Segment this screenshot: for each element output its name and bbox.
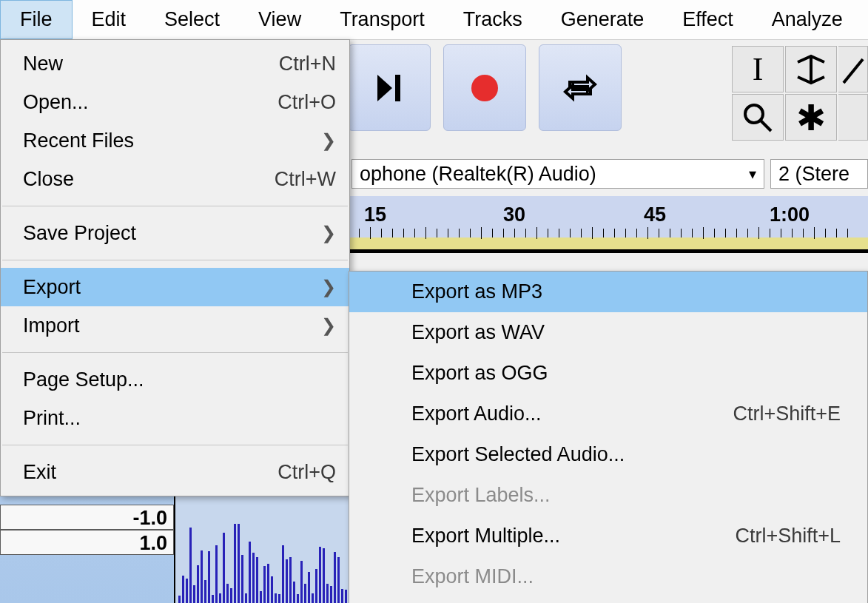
- waveform[interactable]: [175, 490, 359, 603]
- menu-open[interactable]: Open...Ctrl+O: [1, 83, 349, 121]
- menu-print[interactable]: Print...: [1, 399, 349, 437]
- ibeam-icon: I: [753, 50, 764, 88]
- channels-select[interactable]: 2 (Stere: [770, 159, 868, 189]
- menu-transport[interactable]: Transport: [320, 0, 444, 39]
- menu-import[interactable]: Import❯: [1, 306, 349, 345]
- menu-file[interactable]: File: [0, 0, 73, 39]
- skip-end-button[interactable]: [348, 44, 431, 131]
- menu-exit[interactable]: ExitCtrl+Q: [1, 453, 349, 491]
- multi-tool[interactable]: ✱: [785, 94, 837, 141]
- time-label: 30: [503, 203, 525, 226]
- record-icon: [468, 72, 501, 104]
- svg-point-3: [745, 105, 763, 123]
- draw-icon: [841, 53, 866, 86]
- selection-tool[interactable]: I: [732, 46, 784, 92]
- menu-tracks[interactable]: Tracks: [444, 0, 542, 39]
- svg-line-4: [761, 121, 771, 131]
- scale-pos: 1.0: [0, 530, 174, 555]
- menu-edit[interactable]: Edit: [73, 0, 146, 39]
- export-ogg[interactable]: Export as OGG: [349, 353, 867, 394]
- svg-rect-0: [395, 75, 400, 101]
- extra-tool[interactable]: [838, 94, 868, 141]
- svg-point-1: [471, 75, 498, 101]
- draw-tool[interactable]: [838, 46, 868, 92]
- export-audio[interactable]: Export Audio...Ctrl+Shift+E: [349, 394, 867, 434]
- zoom-icon: [741, 101, 774, 134]
- time-label: 15: [364, 203, 386, 226]
- zoom-tool[interactable]: [732, 94, 784, 141]
- export-mp3[interactable]: Export as MP3: [349, 272, 867, 312]
- file-menu: NewCtrl+N Open...Ctrl+O Recent Files❯ Cl…: [0, 39, 350, 496]
- loop-button[interactable]: [539, 44, 622, 131]
- time-label: 1:00: [770, 203, 810, 226]
- chevron-down-icon: ▾: [749, 165, 756, 183]
- export-multiple[interactable]: Export Multiple...Ctrl+Shift+L: [349, 516, 867, 556]
- export-midi[interactable]: Export MIDI...: [349, 556, 867, 597]
- recording-device-select[interactable]: ophone (Realtek(R) Audio) ▾: [351, 159, 764, 189]
- separator: [2, 445, 348, 445]
- menu-page-setup[interactable]: Page Setup...: [1, 360, 349, 399]
- menu-save-project[interactable]: Save Project❯: [1, 214, 349, 252]
- menu-tools[interactable]: Tools: [862, 0, 868, 39]
- menu-recent-files[interactable]: Recent Files❯: [1, 121, 349, 160]
- time-label: 45: [644, 203, 666, 226]
- menu-analyze[interactable]: Analyze: [753, 0, 862, 39]
- export-submenu: Export as MP3 Export as WAV Export as OG…: [349, 271, 868, 603]
- menu-view[interactable]: View: [239, 0, 320, 39]
- menubar: File Edit Select View Transport Tracks G…: [0, 0, 868, 40]
- chevron-right-icon: ❯: [321, 130, 336, 151]
- export-selected-audio[interactable]: Export Selected Audio...: [349, 434, 867, 475]
- skip-end-icon: [373, 72, 406, 104]
- chevron-right-icon: ❯: [321, 315, 336, 336]
- edit-tools: I ✱: [732, 46, 868, 141]
- timeline-ruler[interactable]: 15 30 45 1:00: [348, 196, 868, 253]
- separator: [2, 352, 348, 353]
- device-text: ophone (Realtek(R) Audio): [360, 163, 596, 186]
- envelope-icon: [795, 53, 827, 86]
- chevron-right-icon: ❯: [321, 277, 336, 297]
- loop-icon: [562, 70, 598, 106]
- track-scale: -1.0 1.0: [0, 505, 174, 555]
- menu-new[interactable]: NewCtrl+N: [1, 44, 349, 83]
- export-wav[interactable]: Export as WAV: [349, 312, 867, 353]
- menu-generate[interactable]: Generate: [542, 0, 664, 39]
- separator: [2, 260, 348, 260]
- envelope-tool[interactable]: [785, 46, 837, 92]
- export-labels[interactable]: Export Labels...: [349, 475, 867, 516]
- multi-tool-icon: ✱: [796, 97, 826, 138]
- separator: [2, 206, 348, 206]
- scale-neg: -1.0: [0, 505, 174, 530]
- chevron-right-icon: ❯: [321, 223, 336, 243]
- menu-effect[interactable]: Effect: [663, 0, 753, 39]
- record-button[interactable]: [443, 44, 526, 131]
- menu-select[interactable]: Select: [145, 0, 239, 39]
- menu-export[interactable]: Export❯: [1, 268, 349, 306]
- menu-close[interactable]: CloseCtrl+W: [1, 160, 349, 198]
